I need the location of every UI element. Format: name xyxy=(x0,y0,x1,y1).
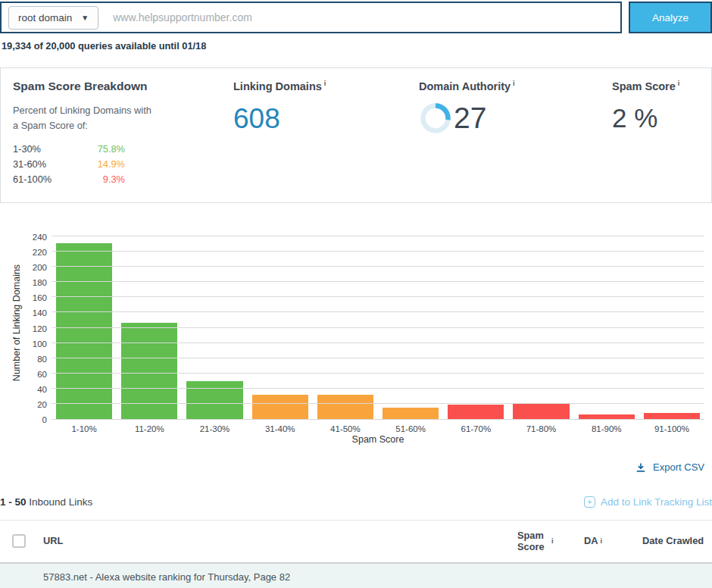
chevron-down-icon: ▼ xyxy=(81,14,89,22)
column-header-url: URL xyxy=(43,535,63,546)
bar-slot xyxy=(313,237,378,419)
query-quota-text: 19,334 of 20,000 queries available until… xyxy=(2,40,712,52)
plus-icon: + xyxy=(584,496,595,508)
breakdown-row: 1-30%75.8% xyxy=(13,142,125,157)
search-bar: root domain ▼ Analyze xyxy=(0,2,712,33)
chart-bars xyxy=(52,237,704,419)
bar-61-70%[interactable] xyxy=(448,405,504,419)
chart-plot-area xyxy=(52,237,704,420)
y-axis-tick: 20 xyxy=(17,400,47,409)
gridline xyxy=(52,251,704,252)
domain-authority-value: 27 xyxy=(454,102,486,135)
domain-authority-title: Domain Authority xyxy=(419,80,511,92)
export-csv-label: Export CSV xyxy=(653,461,704,473)
select-all-checkbox[interactable] xyxy=(12,534,26,548)
bar-11-20%[interactable] xyxy=(121,323,177,419)
breakdown-row-value: 75.8% xyxy=(98,142,125,157)
gridline xyxy=(52,373,704,374)
y-axis-tick: 100 xyxy=(17,339,47,349)
bar-slot xyxy=(378,237,443,419)
breakdown-row-label: 61-100% xyxy=(13,172,103,187)
x-axis-label: 71-80% xyxy=(508,424,573,433)
gridline xyxy=(52,236,704,236)
info-icon[interactable]: i xyxy=(551,537,554,546)
x-axis-label: 1-10% xyxy=(52,424,117,433)
scope-dropdown[interactable]: root domain ▼ xyxy=(8,6,98,30)
table-row[interactable]: 57883.net - Alexa website ranking for Th… xyxy=(0,564,712,588)
y-axis-tick: 120 xyxy=(17,324,47,333)
scope-dropdown-value: root domain xyxy=(18,12,72,23)
bar-slot xyxy=(117,237,182,419)
x-axis-labels: 1-10%11-20%21-30%31-40%41-50%51-60%61-70… xyxy=(52,424,704,433)
breakdown-subtitle-line2: a Spam Score of: xyxy=(13,118,233,133)
gridline xyxy=(52,342,704,343)
gridline xyxy=(52,358,704,358)
summary-panel: Spam Score Breakdown Percent of Linking … xyxy=(0,67,712,203)
bar-slot xyxy=(443,237,508,419)
add-to-link-tracking-label: Add to Link Tracking List xyxy=(601,496,712,508)
y-axis-tick: 240 xyxy=(17,233,47,242)
spam-score-metric: Spam Scorei 2 % xyxy=(612,80,699,187)
links-range: 1 - 50 xyxy=(0,496,27,508)
bar-slot xyxy=(248,237,313,419)
bar-51-60%[interactable] xyxy=(383,408,439,419)
spam-score-breakdown: Spam Score Breakdown Percent of Linking … xyxy=(13,80,233,187)
domain-authority-metric: Domain Authorityi 27 xyxy=(419,80,612,187)
column-header-date-crawled: Date Crawled xyxy=(642,535,712,546)
breakdown-row-value: 14.9% xyxy=(98,157,125,172)
info-icon[interactable]: i xyxy=(678,80,680,87)
x-axis-label: 91-100% xyxy=(639,424,704,433)
bar-slot xyxy=(508,237,573,419)
url-input[interactable] xyxy=(113,11,620,23)
x-axis-label: 31-40% xyxy=(248,424,313,433)
column-header-spam-score: Spam Score xyxy=(517,530,549,553)
inbound-links-table-header: URL Spam Score i DA i Date Crawled xyxy=(0,520,712,564)
bar-21-30%[interactable] xyxy=(186,381,242,419)
y-axis-tick: 80 xyxy=(17,355,47,364)
x-axis-label: 11-20% xyxy=(117,424,182,433)
bar-81-90%[interactable] xyxy=(579,414,635,419)
y-axis-tick: 140 xyxy=(17,308,47,317)
linking-domains-metric: Linking Domainsi 608 xyxy=(233,80,419,187)
x-axis-title: Spam Score xyxy=(52,434,704,445)
info-icon[interactable]: i xyxy=(513,80,515,87)
spam-score-bar-chart: Number of Linking Domains 02040608010012… xyxy=(0,232,712,446)
analyze-button[interactable]: Analyze xyxy=(629,2,712,33)
inbound-links-table-body: 57883.net - Alexa website ranking for Th… xyxy=(0,564,712,588)
breakdown-row: 61-100%9.3% xyxy=(13,172,125,187)
bar-41-50%[interactable] xyxy=(317,395,373,419)
download-icon xyxy=(635,462,646,473)
info-icon[interactable]: i xyxy=(600,537,602,546)
breakdown-row: 31-60%14.9% xyxy=(13,157,125,172)
add-to-link-tracking-button[interactable]: + Add to Link Tracking List xyxy=(584,496,712,508)
x-axis-label: 81-90% xyxy=(574,424,639,433)
export-csv-link[interactable]: Export CSV xyxy=(635,461,704,473)
y-axis-tick: 220 xyxy=(17,248,47,257)
gridline xyxy=(52,311,704,312)
table-row-url: 57883.net - Alexa website ranking for Th… xyxy=(43,571,290,583)
gridline xyxy=(52,281,704,282)
info-icon[interactable]: i xyxy=(324,80,326,87)
domain-authority-gauge xyxy=(419,102,452,135)
y-axis-tick: 200 xyxy=(17,263,47,272)
links-section-title: Inbound Links xyxy=(29,496,92,508)
bar-31-40%[interactable] xyxy=(252,395,308,419)
x-axis-label: 21-30% xyxy=(182,424,247,433)
breakdown-row-label: 31-60% xyxy=(13,157,98,172)
bar-1-10%[interactable] xyxy=(56,243,112,419)
y-axis-tick: 40 xyxy=(17,385,47,394)
gridline xyxy=(52,403,704,404)
breakdown-rows: 1-30%75.8%31-60%14.9%61-100%9.3% xyxy=(13,142,125,187)
bar-71-80%[interactable] xyxy=(513,403,569,419)
breakdown-row-value: 9.3% xyxy=(103,172,125,187)
bar-slot xyxy=(52,237,117,419)
x-axis-label: 61-70% xyxy=(443,424,508,433)
bar-slot xyxy=(574,237,639,419)
gridline xyxy=(52,266,704,267)
linking-domains-title: Linking Domains xyxy=(233,80,322,92)
y-axis-tick: 0 xyxy=(17,415,47,424)
spam-score-value: 2 % xyxy=(612,103,699,133)
breakdown-title: Spam Score Breakdown xyxy=(13,80,233,93)
bar-91-100%[interactable] xyxy=(644,413,700,419)
x-axis-label: 51-60% xyxy=(378,424,443,433)
